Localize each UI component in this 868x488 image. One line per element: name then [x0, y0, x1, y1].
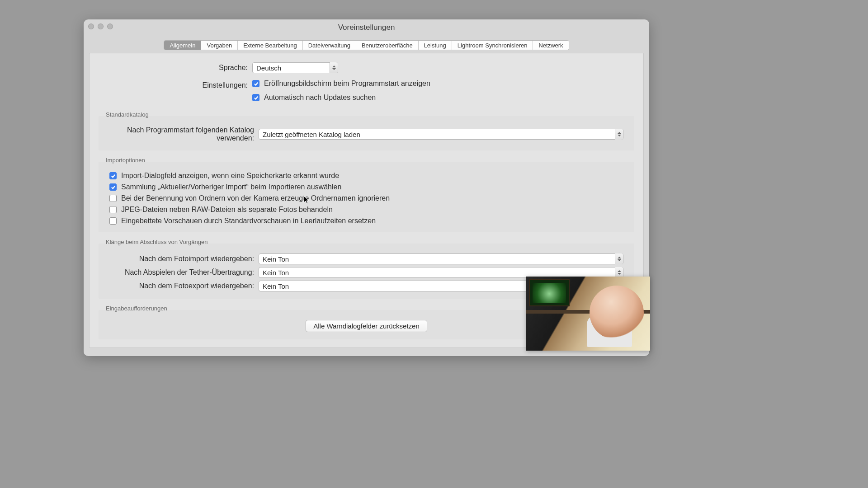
webcam-overlay	[526, 277, 650, 351]
reset-warnings-button[interactable]: Alle Warndialogfelder zurücksetzen	[306, 320, 427, 332]
tab-netzwerk[interactable]: Netzwerk	[533, 41, 568, 50]
catalog-select[interactable]: Zuletzt geöffneten Katalog laden	[259, 129, 623, 140]
tab-allgemein[interactable]: Allgemein	[164, 41, 201, 50]
checkbox-import-collection[interactable]	[109, 183, 117, 191]
checkbox-embedded-previews-label: Eingebettete Vorschauen durch Standardvo…	[121, 217, 376, 225]
titlebar: Voreinstellungen	[84, 19, 649, 31]
settings-label: Einstellungen:	[99, 81, 252, 89]
chevron-updown-icon	[330, 62, 338, 73]
checkbox-import-dialog[interactable]	[109, 172, 117, 179]
section-importoptionen: Importoptionen Import-Dialogfeld anzeige…	[99, 157, 634, 232]
checkbox-embedded-previews[interactable]	[109, 217, 117, 225]
checkbox-jpeg-raw-separate-label: JPEG-Dateien neben RAW-Dateien als separ…	[121, 206, 333, 214]
catalog-label: Nach Programmstart folgenden Katalog ver…	[109, 126, 259, 142]
sound-export-value: Kein Ton	[263, 282, 289, 290]
language-select[interactable]: Deutsch	[252, 62, 338, 73]
checkbox-ignore-camera-folders[interactable]	[109, 195, 117, 202]
checkbox-import-collection-label: Sammlung „Aktueller/Vorheriger Import“ b…	[121, 183, 341, 191]
language-value: Deutsch	[256, 64, 281, 72]
tab-leistung[interactable]: Leistung	[419, 41, 452, 50]
section-importoptionen-legend: Importoptionen	[99, 157, 147, 166]
window-title: Voreinstellungen	[84, 23, 649, 32]
section-prompts-legend: Eingabeaufforderungen	[99, 305, 169, 314]
sound-import-value: Kein Ton	[263, 255, 289, 263]
sound-export-label: Nach dem Fotoexport wiedergeben:	[109, 282, 259, 290]
checkbox-ignore-camera-folders-label: Bei der Benennung von Ordnern von der Ka…	[121, 194, 390, 202]
sound-tether-value: Kein Ton	[263, 269, 289, 277]
checkbox-splash-screen-label: Eröffnungsbildschirm beim Programmstart …	[264, 80, 430, 88]
checkbox-jpeg-raw-separate[interactable]	[109, 206, 117, 213]
chevron-updown-icon	[615, 129, 623, 140]
chevron-updown-icon	[615, 253, 623, 264]
tab-vorgaben[interactable]: Vorgaben	[201, 41, 238, 50]
checkbox-splash-screen[interactable]	[252, 80, 259, 87]
tab-benutzeroberflaeche[interactable]: Benutzeroberfläche	[356, 41, 419, 50]
catalog-value: Zuletzt geöffneten Katalog laden	[263, 131, 360, 138]
tab-externe-bearbeitung[interactable]: Externe Bearbeitung	[238, 41, 303, 50]
language-label: Sprache:	[99, 64, 252, 72]
tab-bar: Allgemein Vorgaben Externe Bearbeitung D…	[84, 40, 649, 50]
section-sounds-legend: Klänge beim Abschluss von Vorgängen	[99, 239, 210, 248]
tab-dateiverwaltung[interactable]: Dateiverwaltung	[303, 41, 356, 50]
section-standardkatalog-legend: Standardkatalog	[99, 111, 151, 121]
checkbox-auto-updates-label: Automatisch nach Updates suchen	[264, 94, 376, 102]
sound-import-label: Nach dem Fotoimport wiedergeben:	[109, 255, 259, 263]
checkbox-import-dialog-label: Import-Dialogfeld anzeigen, wenn eine Sp…	[121, 172, 339, 180]
sound-tether-label: Nach Abspielen der Tether-Übertragung:	[109, 268, 259, 277]
sound-import-select[interactable]: Kein Ton	[259, 253, 623, 264]
tab-lightroom-sync[interactable]: Lightroom Synchronisieren	[452, 41, 533, 50]
checkbox-auto-updates[interactable]	[252, 94, 259, 101]
section-standardkatalog: Standardkatalog Nach Programmstart folge…	[99, 111, 634, 150]
